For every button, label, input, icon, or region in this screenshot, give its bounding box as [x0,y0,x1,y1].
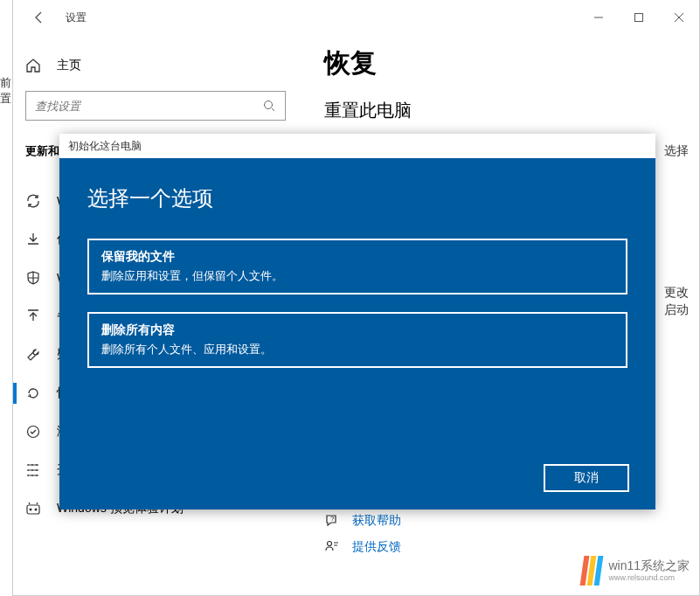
maximize-icon [634,13,643,22]
dialog-title: 选择一个选项 [87,184,627,212]
search-icon [262,99,276,113]
watermark-logo [582,556,601,586]
truncated-text: 选择 [664,143,689,159]
wrench-icon [25,347,41,363]
svg-point-2 [265,101,273,109]
svg-point-4 [28,426,39,438]
truncated-text: 启动 [664,302,689,318]
main-content: 恢复 重置此电脑 选择 更改 启动 ? 获取帮助 提供反馈 [324,45,690,129]
reset-pc-dialog: 初始化这台电脑 选择一个选项 保留我的文件 删除应用和设置，但保留个人文件。 删… [59,134,655,509]
recovery-icon [25,385,41,401]
option-title: 保留我的文件 [101,249,613,265]
sync-icon [25,193,41,209]
close-icon [675,13,683,22]
close-button[interactable] [659,4,699,31]
arrow-left-icon [32,10,46,24]
section-title: 重置此电脑 [324,99,690,122]
feedback-link[interactable]: 提供反馈 [324,539,401,555]
watermark-brand: win11系统之家 [608,559,690,572]
page-title: 恢复 [324,45,690,81]
home-icon [25,58,41,73]
back-button[interactable] [29,7,50,28]
delivery-icon [25,232,41,247]
cancel-button[interactable]: 取消 [544,464,629,492]
insider-icon [25,501,41,516]
sidebar-home-label: 主页 [57,58,81,73]
watermark-url: www.relsound.com [608,573,690,582]
link-text: 获取帮助 [352,513,401,529]
window-title: 设置 [66,10,87,25]
link-text: 提供反馈 [352,539,401,555]
option-remove-everything[interactable]: 删除所有内容 删除所有个人文件、应用和设置。 [87,312,627,368]
option-keep-files[interactable]: 保留我的文件 删除应用和设置，但保留个人文件。 [87,239,627,295]
sidebar-home[interactable]: 主页 [25,52,296,79]
svg-point-6 [30,509,32,511]
activation-icon [25,424,41,440]
search-input-container[interactable] [25,91,286,121]
svg-text:?: ? [330,515,335,523]
option-title: 删除所有内容 [101,322,613,338]
feedback-icon [324,539,340,555]
shield-icon [25,270,41,286]
maximize-button[interactable] [619,4,659,31]
truncated-edge-text: 置 [0,91,11,107]
truncated-edge-text: 前 [0,75,11,91]
backup-icon [25,308,41,324]
search-input[interactable] [35,100,262,113]
help-icon: ? [324,513,340,529]
developer-icon [25,462,41,478]
get-help-link[interactable]: ? 获取帮助 [324,513,401,529]
minimize-icon [594,13,603,22]
minimize-button[interactable] [579,4,619,31]
truncated-text: 更改 [664,285,689,301]
option-description: 删除所有个人文件、应用和设置。 [101,342,613,357]
svg-line-3 [272,108,274,111]
svg-rect-5 [27,505,39,514]
help-links: ? 获取帮助 提供反馈 [324,513,401,565]
svg-point-7 [35,509,38,511]
svg-point-9 [328,542,332,546]
window-controls [579,4,699,31]
option-description: 删除应用和设置，但保留个人文件。 [101,268,613,284]
watermark: win11系统之家 www.relsound.com [582,556,690,586]
dialog-body: 选择一个选项 保留我的文件 删除应用和设置，但保留个人文件。 删除所有内容 删除… [59,158,655,509]
dialog-header: 初始化这台电脑 [59,134,655,158]
svg-rect-1 [635,14,643,22]
titlebar: 设置 [13,0,699,35]
